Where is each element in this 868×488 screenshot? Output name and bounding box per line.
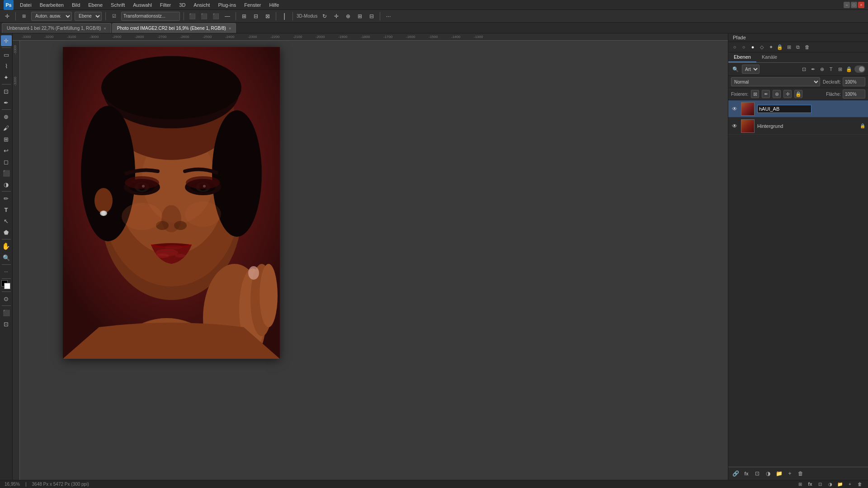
layers-btn-delete[interactable]: 🗑 [796,469,805,478]
eyedropper-tool[interactable]: ✒ [1,97,12,108]
align-top-icon[interactable]: — [223,12,232,21]
move-tool[interactable]: ✛ [1,35,12,46]
zoom-tool[interactable]: 🔍 [1,252,12,263]
filter-icon-6[interactable]: 🔒 [845,66,853,73]
align-v-icon[interactable]: ⊟ [251,12,260,21]
full-screen-tool[interactable]: ⊡ [1,319,12,329]
path-select-tool[interactable]: ↖ [1,216,12,226]
status-btn-5[interactable]: + [846,481,854,488]
align-h-icon[interactable]: ⊞ [240,12,249,21]
panel-icon-diamond[interactable]: ◇ [758,43,765,51]
align-right-icon[interactable]: ⬛ [211,12,220,21]
selection-tool[interactable]: ▭ [1,49,12,60]
layers-btn-mask[interactable]: ⊡ [753,469,762,478]
maximize-button[interactable]: □ [851,2,857,8]
3d-extra-icon[interactable]: ⊞ [355,12,364,21]
dodge-tool[interactable]: ◑ [1,179,12,190]
eraser-tool[interactable]: ◻ [1,156,12,167]
menu-auswahl[interactable]: Auswahl [129,1,156,9]
filter-icon-3[interactable]: ⊕ [818,66,826,73]
quick-mask-tool[interactable]: ⊙ [1,293,12,304]
status-btn-3[interactable]: ◑ [826,481,834,488]
move-tool-icon[interactable]: ✛ [3,12,12,21]
tab-ebenen[interactable]: Ebenen [728,52,756,62]
lock-all-btn[interactable]: 🔒 [794,90,802,98]
filter-icon-1[interactable]: ⊡ [800,66,807,73]
menu-hilfe[interactable]: Hilfe [265,1,283,9]
minimize-button[interactable]: − [844,2,850,8]
lock-transparent-btn[interactable]: ⊠ [751,90,759,98]
tab-photocred-close[interactable]: × [229,26,231,31]
layer-eye-haut-ab[interactable]: 👁 [731,105,738,113]
menu-schrift[interactable]: Schrift [107,1,128,9]
lock-artboard-btn[interactable]: ⊕ [773,90,781,98]
more-tools[interactable]: ··· [1,266,12,277]
layers-btn-fx[interactable]: fx [742,469,751,478]
layer-eye-hintergrund[interactable]: 👁 [731,122,738,130]
shape-tool[interactable]: ⬟ [1,227,12,238]
hand-tool[interactable]: ✋ [1,241,12,252]
layers-btn-adjustment[interactable]: ◑ [764,469,773,478]
filter-icon-4[interactable]: T [827,66,835,73]
panel-icon-copy[interactable]: ⧉ [794,43,802,51]
blend-mode-select[interactable]: Normal Multiplizieren Abwedeln [731,77,820,86]
layers-btn-new[interactable]: + [785,469,794,478]
tab-photocred[interactable]: Photo cred IMAGE2.CR2 bei 16,9% (Ebene 1… [112,23,236,33]
panel-icon-circle3[interactable]: ● [749,43,756,51]
type-tool[interactable]: T [1,204,12,215]
auto-select-dropdown[interactable]: Auton. ausw. [31,12,72,21]
panel-icon-circle[interactable]: ○ [731,43,738,51]
tab-unbenannt-close[interactable]: × [104,26,106,31]
menu-datei[interactable]: Datei [16,1,35,9]
heal-tool[interactable]: ⊕ [1,111,12,122]
3d-move-icon[interactable]: ✛ [332,12,341,21]
menu-3d[interactable]: 3D [175,1,189,9]
lock-paint-btn[interactable]: ✒ [762,90,770,98]
canvas-image[interactable] [63,47,280,359]
status-btn-fx[interactable]: fx [807,481,814,488]
menu-ebene[interactable]: Ebene [85,1,106,9]
layers-btn-group[interactable]: 📁 [774,469,783,478]
panel-icon-star[interactable]: ✦ [767,43,774,51]
canvas-area[interactable]: -3300 -3200 -3100 -3000 -2900 -2800 -270… [13,33,728,480]
filter-toggle[interactable] [854,66,865,73]
background-color[interactable] [4,283,10,289]
filter-icon-2[interactable]: ✒ [809,66,816,73]
menu-filter[interactable]: Filter [156,1,175,9]
panel-icon-circle2[interactable]: ○ [740,43,747,51]
menu-fenster[interactable]: Fenster [241,1,264,9]
status-btn-2[interactable]: ⊡ [816,481,824,488]
layer-item-hintergrund[interactable]: 👁 Hintergrund 🔒 [728,117,868,135]
filter-icon-5[interactable]: ⊞ [836,66,844,73]
3d-rotate-icon[interactable]: ↻ [320,12,329,21]
menu-bild[interactable]: Bild [68,1,84,9]
transform-field[interactable] [121,12,180,21]
align-left-icon[interactable]: ⬛ [188,12,197,21]
3d-scale-icon[interactable]: ⊕ [344,12,353,21]
more-options-icon[interactable]: ··· [384,12,393,21]
crop-tool[interactable]: ⊡ [1,86,12,97]
fill-value[interactable]: 100% [843,89,865,99]
magic-wand-tool[interactable]: ✦ [1,72,12,83]
align-center-icon[interactable]: ⬛ [199,12,208,21]
brush-tool[interactable]: 🖌 [1,122,12,133]
pen-tool[interactable]: ✏ [1,193,12,204]
panel-icon-list[interactable]: ⊞ [785,43,793,51]
tab-kanaele[interactable]: Kanäle [756,52,783,62]
filter-type-select[interactable]: Art [742,65,760,74]
layer-item-haut-ab[interactable]: 👁 [728,100,868,117]
lasso-tool[interactable]: ⌇ [1,61,12,71]
menu-ansicht[interactable]: Ansicht [190,1,213,9]
gradient-tool[interactable]: ⬛ [1,168,12,178]
3d-misc-icon[interactable]: ⊟ [367,12,376,21]
status-btn-4[interactable]: 📁 [836,481,844,488]
menu-plugins[interactable]: Plug-ins [214,1,240,9]
panel-icon-trash[interactable]: 🗑 [803,43,811,51]
opacity-value[interactable]: 100% [843,77,865,86]
screen-mode-tool[interactable]: ⬛ [1,307,12,318]
tab-unbenannt[interactable]: Unbenannt-1 bei 22,7% (Farbfüllung 1, RG… [2,23,111,33]
lock-move-btn[interactable]: ✛ [783,90,792,98]
clone-tool[interactable]: ⊞ [1,134,12,145]
status-btn-6[interactable]: 🗑 [856,481,863,488]
align-dist-icon[interactable]: ⊠ [263,12,272,21]
